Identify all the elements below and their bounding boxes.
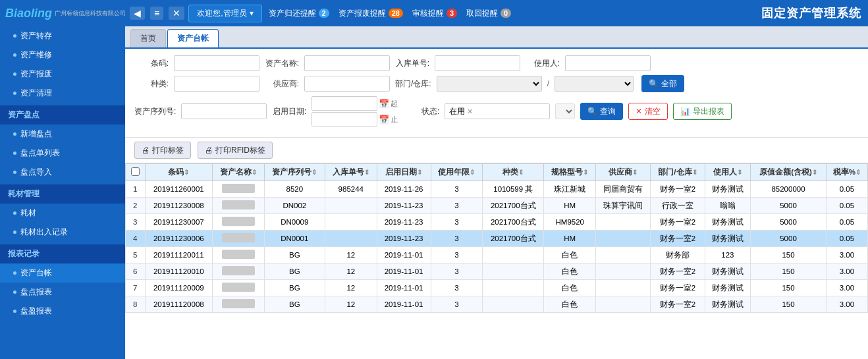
sidebar-item-consumables-records[interactable]: 耗材出入记录 [0, 223, 125, 242]
sort-icon[interactable]: ⇕ [855, 169, 861, 176]
nav-menu-btn[interactable]: ≡ [150, 7, 163, 20]
table-row[interactable]: 6 201911120010 BG 12 2019-11-01 3 白色 财务一… [126, 263, 868, 280]
asset-name-input[interactable] [304, 55, 390, 71]
cell-tax: 0.05 [826, 214, 867, 231]
table-row[interactable]: 8 201911120008 BG 12 2019-11-01 3 白色 财务一… [126, 296, 868, 313]
table-container: 条码⇕ 资产名称⇕ 资产序列号⇕ 入库单号⇕ 启用日期⇕ 使用年限⇕ 种类⇕ 规… [125, 163, 868, 359]
table-row[interactable]: 4 201911230006 DN0001 2019-11-23 3 20217… [126, 231, 868, 247]
sidebar-item-consumables[interactable]: 耗材 [0, 204, 125, 223]
sort-icon[interactable]: ⇕ [812, 169, 817, 176]
cell-asset-name [212, 247, 264, 263]
reminder-return[interactable]: 资产归还提醒 2 [266, 7, 332, 20]
cell-barcode: 201911120008 [145, 296, 212, 313]
sidebar-item-stocktake-list[interactable]: 盘点单列表 [0, 144, 125, 163]
date-end-input[interactable] [312, 112, 377, 126]
action-row: 🖨 打印标签 🖨 打印RFID标签 [125, 138, 868, 163]
reminder-scrap[interactable]: 资产报废提醒 28 [336, 7, 406, 20]
nav-back-btn[interactable]: ◀ [130, 7, 145, 20]
start-date-label: 启用日期: [272, 106, 306, 117]
date-start-row: 📅 起 [312, 96, 400, 111]
cell-dept: 财务一室2 [651, 296, 705, 313]
cell-years: 3 [431, 181, 483, 198]
kind-input[interactable] [174, 76, 259, 92]
sort-icon[interactable]: ⇕ [184, 169, 189, 176]
dept-sub-select[interactable] [555, 76, 634, 92]
print-tag-button[interactable]: 🖨 打印标签 [134, 142, 191, 159]
nav-close-btn[interactable]: ✕ [169, 7, 184, 20]
reminder-retrieve[interactable]: 取回提醒 0 [464, 7, 514, 20]
tab-asset-ledger[interactable]: 资产台帐 [167, 29, 219, 47]
seq-label: 资产序列号: [134, 106, 176, 117]
table-row[interactable]: 3 201911230007 DN0009 2019-11-23 3 20217… [126, 214, 868, 231]
cell-tax: 0.05 [826, 198, 867, 214]
cell-amount: 150 [751, 263, 827, 280]
user-input[interactable] [565, 55, 651, 71]
all-button[interactable]: 🔍 全部 [641, 75, 684, 92]
sidebar-item-asset-clearance[interactable]: 资产清理 [0, 84, 125, 103]
search-icon: 🔍 [587, 107, 597, 116]
cell-user: 财务测试 [705, 296, 751, 313]
cell-storage-no: 12 [325, 263, 377, 280]
table-header-row: 条码⇕ 资产名称⇕ 资产序列号⇕ 入库单号⇕ 启用日期⇕ 使用年限⇕ 种类⇕ 规… [126, 164, 868, 181]
cell-dept: 财务一室2 [651, 263, 705, 280]
cell-user: 财务测试 [705, 231, 751, 247]
select-all-checkbox[interactable] [131, 167, 140, 176]
sidebar-item-stocktake-import[interactable]: 盘点导入 [0, 163, 125, 182]
seq-input[interactable] [181, 103, 267, 119]
tab-home[interactable]: 首页 [130, 29, 166, 47]
sort-icon[interactable]: ⇕ [364, 169, 369, 176]
calendar-end-icon[interactable]: 📅 [379, 115, 389, 124]
status-close-icon[interactable]: ✕ [467, 107, 473, 116]
export-button-label: 导出报表 [693, 106, 724, 117]
supplier-input[interactable] [304, 76, 390, 92]
barcode-input[interactable] [174, 55, 259, 71]
calendar-icon[interactable]: 📅 [379, 99, 389, 109]
sidebar-item-asset-ledger[interactable]: 资产台帐 [0, 263, 125, 283]
sidebar-item-new-stocktake[interactable]: 新增盘点 [0, 124, 125, 144]
table-row[interactable]: 2 201911230008 DN002 2019-11-23 3 202170… [126, 198, 868, 214]
rfid-icon: 🖨 [205, 146, 213, 155]
bullet-icon [13, 132, 16, 136]
sidebar-item-inventory-report[interactable]: 盘盈报表 [0, 302, 125, 321]
cell-supplier [596, 247, 651, 263]
sort-icon[interactable]: ⇕ [737, 169, 742, 176]
end-label: 止 [391, 115, 400, 124]
th-spec: 规格型号⇕ [544, 164, 596, 181]
sort-icon[interactable]: ⇕ [518, 169, 524, 176]
date-start-input[interactable] [312, 96, 377, 111]
table-row[interactable]: 5 201911120011 BG 12 2019-11-01 3 白色 财务部… [126, 247, 868, 263]
cell-num: 7 [126, 280, 146, 296]
sort-icon[interactable]: ⇕ [632, 169, 637, 176]
sort-icon[interactable]: ⇕ [583, 169, 588, 176]
th-dept: 部门/仓库⇕ [651, 164, 705, 181]
clear-button[interactable]: ✕ 清空 [628, 103, 668, 120]
sort-icon[interactable]: ⇕ [417, 169, 422, 176]
cell-kind: 2021700台式 [483, 214, 544, 231]
cell-storage-no: 12 [325, 280, 377, 296]
sidebar-item-asset-transfer[interactable]: 资产转存 [0, 26, 125, 45]
export-button[interactable]: 📊 导出报表 [673, 103, 732, 120]
table-row[interactable]: 7 201911120009 BG 12 2019-11-01 3 白色 财务一… [126, 280, 868, 296]
table-row[interactable]: 1 201911260001 8520 985244 2019-11-26 3 … [126, 181, 868, 198]
sidebar-item-asset-scrap[interactable]: 资产报废 [0, 65, 125, 84]
cell-tax: 3.00 [826, 247, 867, 263]
cell-amount: 150 [751, 296, 827, 313]
sidebar-item-stocktake-report[interactable]: 盘点报表 [0, 283, 125, 302]
sort-icon[interactable]: ⇕ [470, 169, 475, 176]
cell-seq: BG [264, 263, 325, 280]
cell-kind [483, 247, 544, 263]
sort-icon[interactable]: ⇕ [312, 169, 317, 176]
sidebar-item-asset-maintenance[interactable]: 资产维修 [0, 45, 125, 65]
reminder-audit-label: 审核提醒 [412, 8, 444, 19]
print-rfid-button[interactable]: 🖨 打印RFID标签 [198, 142, 273, 159]
sort-icon[interactable]: ⇕ [252, 169, 257, 176]
bullet-icon [13, 271, 16, 275]
cell-amount: 5000 [751, 231, 827, 247]
status-select[interactable]: ▾ [555, 103, 575, 119]
dept-select[interactable] [437, 76, 542, 92]
welcome-button[interactable]: 欢迎您,管理员 ▾ [188, 5, 261, 22]
storage-no-input[interactable] [435, 55, 520, 71]
reminder-audit[interactable]: 审核提醒 3 [410, 7, 460, 20]
sort-icon[interactable]: ⇕ [692, 169, 697, 176]
query-button[interactable]: 🔍 查询 [580, 103, 623, 120]
